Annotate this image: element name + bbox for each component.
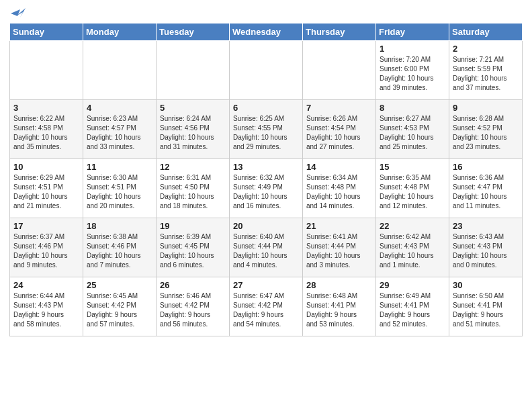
calendar-cell: 23Sunrise: 6:43 AM Sunset: 4:43 PM Dayli…: [449, 218, 523, 277]
day-info: Sunrise: 7:20 AM Sunset: 6:00 PM Dayligh…: [380, 55, 445, 93]
day-number: 3: [13, 103, 79, 113]
day-number: 28: [306, 280, 372, 290]
day-number: 15: [380, 162, 445, 172]
day-info: Sunrise: 6:47 AM Sunset: 4:42 PM Dayligh…: [233, 291, 299, 329]
calendar-cell: 28Sunrise: 6:48 AM Sunset: 4:41 PM Dayli…: [303, 277, 376, 336]
day-info: Sunrise: 7:21 AM Sunset: 5:59 PM Dayligh…: [453, 55, 519, 93]
calendar-cell: 9Sunrise: 6:28 AM Sunset: 4:52 PM Daylig…: [449, 100, 523, 159]
day-number: 11: [87, 162, 152, 172]
day-info: Sunrise: 6:30 AM Sunset: 4:51 PM Dayligh…: [87, 173, 152, 211]
day-number: 20: [233, 221, 299, 231]
weekday-header-tuesday: Tuesday: [157, 24, 230, 41]
calendar-cell: [230, 41, 303, 100]
calendar-cell: 8Sunrise: 6:27 AM Sunset: 4:53 PM Daylig…: [376, 100, 449, 159]
weekday-header-sunday: Sunday: [10, 24, 83, 41]
day-number: 9: [453, 103, 519, 113]
calendar-week-row: 3Sunrise: 6:22 AM Sunset: 4:58 PM Daylig…: [10, 100, 523, 159]
calendar-cell: 25Sunrise: 6:45 AM Sunset: 4:42 PM Dayli…: [83, 277, 157, 336]
calendar-cell: 4Sunrise: 6:23 AM Sunset: 4:57 PM Daylig…: [83, 100, 157, 159]
day-info: Sunrise: 6:35 AM Sunset: 4:48 PM Dayligh…: [380, 173, 445, 211]
day-info: Sunrise: 6:38 AM Sunset: 4:46 PM Dayligh…: [87, 232, 152, 270]
calendar-table: SundayMondayTuesdayWednesdayThursdayFrid…: [9, 23, 523, 336]
day-number: 23: [453, 221, 519, 231]
calendar-week-row: 24Sunrise: 6:44 AM Sunset: 4:43 PM Dayli…: [10, 277, 523, 336]
day-info: Sunrise: 6:43 AM Sunset: 4:43 PM Dayligh…: [453, 232, 519, 270]
day-number: 4: [87, 103, 152, 113]
calendar-cell: 3Sunrise: 6:22 AM Sunset: 4:58 PM Daylig…: [10, 100, 83, 159]
calendar-week-row: 1Sunrise: 7:20 AM Sunset: 6:00 PM Daylig…: [10, 41, 523, 100]
day-number: 1: [380, 44, 445, 54]
calendar-cell: 24Sunrise: 6:44 AM Sunset: 4:43 PM Dayli…: [10, 277, 83, 336]
day-info: Sunrise: 6:45 AM Sunset: 4:42 PM Dayligh…: [87, 291, 152, 329]
calendar-cell: 6Sunrise: 6:25 AM Sunset: 4:55 PM Daylig…: [230, 100, 303, 159]
calendar-week-row: 10Sunrise: 6:29 AM Sunset: 4:51 PM Dayli…: [10, 159, 523, 218]
day-info: Sunrise: 6:40 AM Sunset: 4:44 PM Dayligh…: [233, 232, 299, 270]
day-info: Sunrise: 6:44 AM Sunset: 4:43 PM Dayligh…: [13, 291, 79, 329]
calendar-week-row: 17Sunrise: 6:37 AM Sunset: 4:46 PM Dayli…: [10, 218, 523, 277]
calendar-cell: 7Sunrise: 6:26 AM Sunset: 4:54 PM Daylig…: [303, 100, 376, 159]
svg-marker-1: [11, 9, 20, 16]
day-info: Sunrise: 6:27 AM Sunset: 4:53 PM Dayligh…: [380, 114, 445, 152]
day-info: Sunrise: 6:23 AM Sunset: 4:57 PM Dayligh…: [87, 114, 152, 152]
calendar-cell: 29Sunrise: 6:49 AM Sunset: 4:41 PM Dayli…: [376, 277, 449, 336]
weekday-header-saturday: Saturday: [449, 24, 523, 41]
day-info: Sunrise: 6:37 AM Sunset: 4:46 PM Dayligh…: [13, 232, 79, 270]
calendar-cell: 27Sunrise: 6:47 AM Sunset: 4:42 PM Dayli…: [230, 277, 303, 336]
day-info: Sunrise: 6:22 AM Sunset: 4:58 PM Dayligh…: [13, 114, 79, 152]
day-number: 2: [453, 44, 519, 54]
calendar-cell: 18Sunrise: 6:38 AM Sunset: 4:46 PM Dayli…: [83, 218, 157, 277]
day-info: Sunrise: 6:36 AM Sunset: 4:47 PM Dayligh…: [453, 173, 519, 211]
day-number: 26: [160, 280, 226, 290]
calendar-cell: 5Sunrise: 6:24 AM Sunset: 4:56 PM Daylig…: [157, 100, 230, 159]
day-number: 22: [380, 221, 445, 231]
calendar-cell: 20Sunrise: 6:40 AM Sunset: 4:44 PM Dayli…: [230, 218, 303, 277]
calendar-cell: 19Sunrise: 6:39 AM Sunset: 4:45 PM Dayli…: [157, 218, 230, 277]
day-number: 14: [306, 162, 372, 172]
day-number: 5: [160, 103, 226, 113]
day-number: 18: [87, 221, 152, 231]
day-number: 30: [453, 280, 519, 290]
day-info: Sunrise: 6:25 AM Sunset: 4:55 PM Dayligh…: [233, 114, 299, 152]
day-number: 27: [233, 280, 299, 290]
calendar-cell: 17Sunrise: 6:37 AM Sunset: 4:46 PM Dayli…: [10, 218, 83, 277]
calendar-cell: 11Sunrise: 6:30 AM Sunset: 4:51 PM Dayli…: [83, 159, 157, 218]
day-info: Sunrise: 6:50 AM Sunset: 4:41 PM Dayligh…: [453, 291, 519, 329]
header: [9, 7, 523, 19]
day-number: 25: [87, 280, 152, 290]
calendar-cell: 13Sunrise: 6:32 AM Sunset: 4:49 PM Dayli…: [230, 159, 303, 218]
day-info: Sunrise: 6:34 AM Sunset: 4:48 PM Dayligh…: [306, 173, 372, 211]
weekday-header-friday: Friday: [376, 24, 449, 41]
day-number: 21: [306, 221, 372, 231]
day-number: 12: [160, 162, 226, 172]
calendar-cell: 30Sunrise: 6:50 AM Sunset: 4:41 PM Dayli…: [449, 277, 523, 336]
weekday-header-thursday: Thursday: [303, 24, 376, 41]
logo: [9, 7, 26, 19]
calendar-cell: 1Sunrise: 7:20 AM Sunset: 6:00 PM Daylig…: [376, 41, 449, 100]
calendar-cell: [157, 41, 230, 100]
calendar-cell: [303, 41, 376, 100]
calendar-cell: 10Sunrise: 6:29 AM Sunset: 4:51 PM Dayli…: [10, 159, 83, 218]
day-info: Sunrise: 6:42 AM Sunset: 4:43 PM Dayligh…: [380, 232, 445, 270]
day-number: 8: [380, 103, 445, 113]
calendar-cell: 14Sunrise: 6:34 AM Sunset: 4:48 PM Dayli…: [303, 159, 376, 218]
weekday-header-monday: Monday: [83, 24, 157, 41]
day-number: 24: [13, 280, 79, 290]
day-number: 19: [160, 221, 226, 231]
calendar-cell: [83, 41, 157, 100]
calendar-cell: 16Sunrise: 6:36 AM Sunset: 4:47 PM Dayli…: [449, 159, 523, 218]
calendar-cell: 15Sunrise: 6:35 AM Sunset: 4:48 PM Dayli…: [376, 159, 449, 218]
day-number: 10: [13, 162, 79, 172]
day-info: Sunrise: 6:46 AM Sunset: 4:42 PM Dayligh…: [160, 291, 226, 329]
day-number: 13: [233, 162, 299, 172]
day-info: Sunrise: 6:32 AM Sunset: 4:49 PM Dayligh…: [233, 173, 299, 211]
calendar-cell: 22Sunrise: 6:42 AM Sunset: 4:43 PM Dayli…: [376, 218, 449, 277]
calendar-cell: 2Sunrise: 7:21 AM Sunset: 5:59 PM Daylig…: [449, 41, 523, 100]
day-info: Sunrise: 6:39 AM Sunset: 4:45 PM Dayligh…: [160, 232, 226, 270]
weekday-header-row: SundayMondayTuesdayWednesdayThursdayFrid…: [10, 24, 523, 41]
calendar-cell: 26Sunrise: 6:46 AM Sunset: 4:42 PM Dayli…: [157, 277, 230, 336]
day-info: Sunrise: 6:31 AM Sunset: 4:50 PM Dayligh…: [160, 173, 226, 211]
day-info: Sunrise: 6:41 AM Sunset: 4:44 PM Dayligh…: [306, 232, 372, 270]
calendar-cell: 12Sunrise: 6:31 AM Sunset: 4:50 PM Dayli…: [157, 159, 230, 218]
day-info: Sunrise: 6:28 AM Sunset: 4:52 PM Dayligh…: [453, 114, 519, 152]
day-info: Sunrise: 6:48 AM Sunset: 4:41 PM Dayligh…: [306, 291, 372, 329]
